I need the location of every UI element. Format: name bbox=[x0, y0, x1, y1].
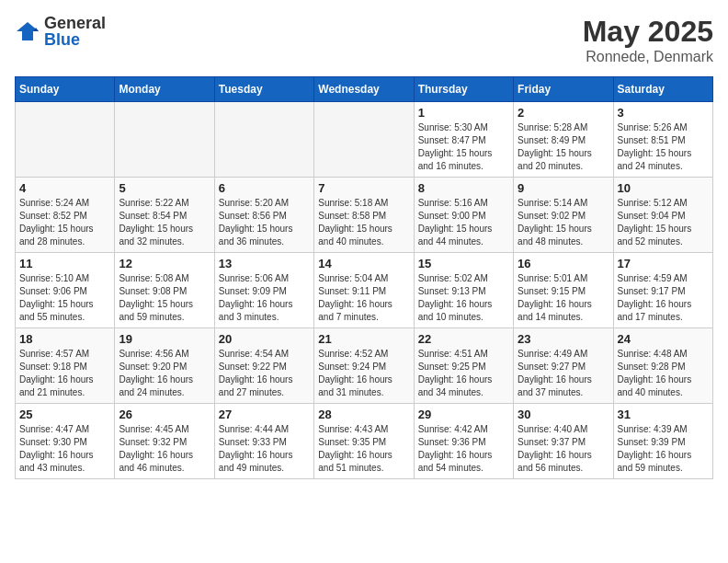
calendar-day-cell: 6Sunrise: 5:20 AM Sunset: 8:56 PM Daylig… bbox=[214, 178, 313, 253]
day-number: 27 bbox=[219, 408, 310, 421]
calendar-day-cell: 31Sunrise: 4:39 AM Sunset: 9:39 PM Dayli… bbox=[613, 404, 712, 479]
day-number: 26 bbox=[119, 408, 210, 421]
day-info: Sunrise: 4:49 AM Sunset: 9:27 PM Dayligh… bbox=[518, 348, 609, 399]
day-number: 17 bbox=[618, 257, 709, 270]
day-info: Sunrise: 4:39 AM Sunset: 9:39 PM Dayligh… bbox=[618, 423, 709, 475]
calendar-day-cell: 7Sunrise: 5:18 AM Sunset: 8:58 PM Daylig… bbox=[314, 178, 414, 253]
calendar-day-cell: 9Sunrise: 5:14 AM Sunset: 9:02 PM Daylig… bbox=[514, 178, 613, 253]
calendar-day-cell: 24Sunrise: 4:48 AM Sunset: 9:28 PM Dayli… bbox=[613, 328, 712, 404]
page-header: General Blue May 2025 Ronnede, Denmark bbox=[15, 15, 713, 65]
calendar-body: 1Sunrise: 5:30 AM Sunset: 8:47 PM Daylig… bbox=[16, 102, 713, 479]
calendar-week-row: 4Sunrise: 5:24 AM Sunset: 8:52 PM Daylig… bbox=[16, 178, 713, 253]
calendar-day-cell: 17Sunrise: 4:59 AM Sunset: 9:17 PM Dayli… bbox=[613, 253, 712, 328]
calendar-day-cell: 15Sunrise: 5:02 AM Sunset: 9:13 PM Dayli… bbox=[414, 253, 513, 328]
calendar-day-cell bbox=[314, 102, 414, 178]
logo-blue: Blue bbox=[44, 31, 106, 48]
day-number: 31 bbox=[618, 408, 709, 421]
calendar-day-cell: 5Sunrise: 5:22 AM Sunset: 8:54 PM Daylig… bbox=[115, 178, 214, 253]
day-info: Sunrise: 4:47 AM Sunset: 9:30 PM Dayligh… bbox=[19, 423, 110, 475]
day-info: Sunrise: 4:42 AM Sunset: 9:36 PM Dayligh… bbox=[418, 423, 509, 475]
day-number: 19 bbox=[119, 332, 210, 346]
day-info: Sunrise: 5:28 AM Sunset: 8:49 PM Dayligh… bbox=[518, 121, 609, 173]
day-number: 20 bbox=[219, 332, 310, 346]
day-info: Sunrise: 4:44 AM Sunset: 9:33 PM Dayligh… bbox=[219, 423, 310, 475]
day-info: Sunrise: 4:56 AM Sunset: 9:20 PM Dayligh… bbox=[119, 348, 210, 399]
day-info: Sunrise: 5:01 AM Sunset: 9:15 PM Dayligh… bbox=[518, 272, 609, 324]
title-block: May 2025 Ronnede, Denmark bbox=[583, 15, 713, 65]
day-info: Sunrise: 5:02 AM Sunset: 9:13 PM Dayligh… bbox=[418, 272, 509, 324]
day-info: Sunrise: 4:59 AM Sunset: 9:17 PM Dayligh… bbox=[618, 272, 709, 324]
calendar-day-cell: 8Sunrise: 5:16 AM Sunset: 9:00 PM Daylig… bbox=[414, 178, 513, 253]
calendar-table: SundayMondayTuesdayWednesdayThursdayFrid… bbox=[15, 76, 713, 479]
day-info: Sunrise: 5:06 AM Sunset: 9:09 PM Dayligh… bbox=[219, 272, 310, 324]
day-info: Sunrise: 5:30 AM Sunset: 8:47 PM Dayligh… bbox=[418, 121, 509, 173]
day-number: 5 bbox=[119, 181, 210, 195]
day-number: 1 bbox=[418, 106, 509, 120]
weekday-header: Saturday bbox=[613, 77, 712, 102]
calendar-subtitle: Ronnede, Denmark bbox=[583, 49, 713, 65]
day-info: Sunrise: 5:10 AM Sunset: 9:06 PM Dayligh… bbox=[19, 272, 110, 324]
day-info: Sunrise: 4:54 AM Sunset: 9:22 PM Dayligh… bbox=[219, 348, 310, 399]
day-info: Sunrise: 4:51 AM Sunset: 9:25 PM Dayligh… bbox=[418, 348, 509, 399]
day-number: 13 bbox=[219, 257, 310, 270]
weekday-header: Monday bbox=[115, 77, 214, 102]
calendar-day-cell: 13Sunrise: 5:06 AM Sunset: 9:09 PM Dayli… bbox=[214, 253, 313, 328]
day-info: Sunrise: 4:48 AM Sunset: 9:28 PM Dayligh… bbox=[618, 348, 709, 399]
logo-text: General Blue bbox=[44, 15, 106, 48]
day-number: 9 bbox=[518, 181, 609, 195]
day-number: 18 bbox=[19, 332, 110, 346]
calendar-week-row: 1Sunrise: 5:30 AM Sunset: 8:47 PM Daylig… bbox=[16, 102, 713, 178]
day-number: 16 bbox=[518, 257, 609, 270]
day-number: 8 bbox=[418, 181, 509, 195]
day-number: 12 bbox=[119, 257, 210, 270]
day-number: 23 bbox=[518, 332, 609, 346]
day-info: Sunrise: 4:45 AM Sunset: 9:32 PM Dayligh… bbox=[119, 423, 210, 475]
day-number: 7 bbox=[318, 181, 409, 195]
calendar-day-cell: 23Sunrise: 4:49 AM Sunset: 9:27 PM Dayli… bbox=[514, 328, 613, 404]
day-number: 30 bbox=[518, 408, 609, 421]
weekday-header: Thursday bbox=[414, 77, 513, 102]
calendar-title: May 2025 bbox=[583, 15, 713, 49]
day-number: 11 bbox=[19, 257, 110, 270]
calendar-day-cell: 29Sunrise: 4:42 AM Sunset: 9:36 PM Dayli… bbox=[414, 404, 513, 479]
day-number: 4 bbox=[19, 181, 110, 195]
calendar-day-cell bbox=[16, 102, 115, 178]
day-info: Sunrise: 5:18 AM Sunset: 8:58 PM Dayligh… bbox=[318, 197, 409, 248]
day-number: 14 bbox=[318, 257, 409, 270]
day-number: 3 bbox=[618, 106, 709, 120]
day-info: Sunrise: 5:12 AM Sunset: 9:04 PM Dayligh… bbox=[618, 197, 709, 248]
calendar-day-cell: 19Sunrise: 4:56 AM Sunset: 9:20 PM Dayli… bbox=[115, 328, 214, 404]
calendar-day-cell: 28Sunrise: 4:43 AM Sunset: 9:35 PM Dayli… bbox=[314, 404, 414, 479]
day-info: Sunrise: 5:22 AM Sunset: 8:54 PM Dayligh… bbox=[119, 197, 210, 248]
day-number: 28 bbox=[318, 408, 409, 421]
calendar-header: SundayMondayTuesdayWednesdayThursdayFrid… bbox=[16, 77, 713, 102]
logo-general: General bbox=[44, 15, 106, 31]
day-info: Sunrise: 4:57 AM Sunset: 9:18 PM Dayligh… bbox=[19, 348, 110, 399]
calendar-day-cell: 22Sunrise: 4:51 AM Sunset: 9:25 PM Dayli… bbox=[414, 328, 513, 404]
weekday-header: Wednesday bbox=[314, 77, 414, 102]
day-number: 6 bbox=[219, 181, 310, 195]
day-number: 21 bbox=[318, 332, 409, 346]
day-number: 25 bbox=[19, 408, 110, 421]
weekday-header: Tuesday bbox=[214, 77, 313, 102]
calendar-day-cell: 10Sunrise: 5:12 AM Sunset: 9:04 PM Dayli… bbox=[613, 178, 712, 253]
calendar-week-row: 25Sunrise: 4:47 AM Sunset: 9:30 PM Dayli… bbox=[16, 404, 713, 479]
calendar-week-row: 18Sunrise: 4:57 AM Sunset: 9:18 PM Dayli… bbox=[16, 328, 713, 404]
day-number: 10 bbox=[618, 181, 709, 195]
day-number: 15 bbox=[418, 257, 509, 270]
calendar-day-cell: 20Sunrise: 4:54 AM Sunset: 9:22 PM Dayli… bbox=[214, 328, 313, 404]
calendar-day-cell: 14Sunrise: 5:04 AM Sunset: 9:11 PM Dayli… bbox=[314, 253, 414, 328]
day-info: Sunrise: 5:08 AM Sunset: 9:08 PM Dayligh… bbox=[119, 272, 210, 324]
day-number: 22 bbox=[418, 332, 509, 346]
weekday-row: SundayMondayTuesdayWednesdayThursdayFrid… bbox=[16, 77, 713, 102]
calendar-day-cell bbox=[115, 102, 214, 178]
day-number: 24 bbox=[618, 332, 709, 346]
day-info: Sunrise: 5:16 AM Sunset: 9:00 PM Dayligh… bbox=[418, 197, 509, 248]
calendar-day-cell bbox=[214, 102, 313, 178]
calendar-day-cell: 3Sunrise: 5:26 AM Sunset: 8:51 PM Daylig… bbox=[613, 102, 712, 178]
calendar-day-cell: 25Sunrise: 4:47 AM Sunset: 9:30 PM Dayli… bbox=[16, 404, 115, 479]
day-info: Sunrise: 4:43 AM Sunset: 9:35 PM Dayligh… bbox=[318, 423, 409, 475]
calendar-day-cell: 1Sunrise: 5:30 AM Sunset: 8:47 PM Daylig… bbox=[414, 102, 513, 178]
calendar-day-cell: 2Sunrise: 5:28 AM Sunset: 8:49 PM Daylig… bbox=[514, 102, 613, 178]
day-info: Sunrise: 5:24 AM Sunset: 8:52 PM Dayligh… bbox=[19, 197, 110, 248]
